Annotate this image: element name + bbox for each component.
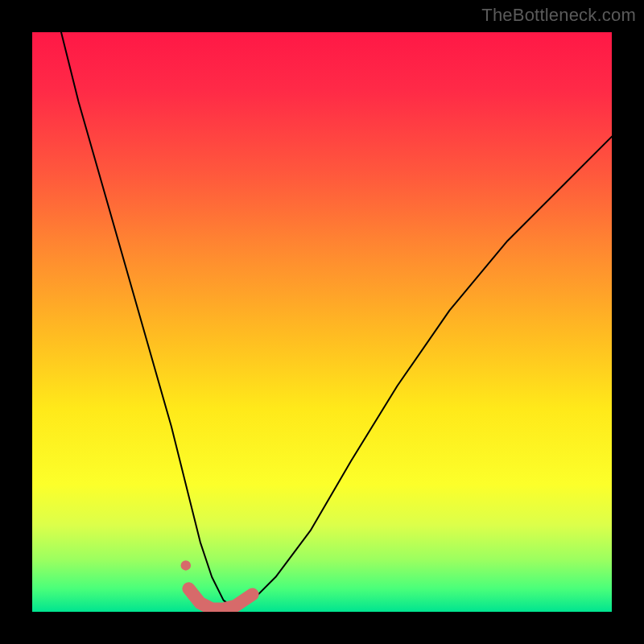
chart-svg xyxy=(32,32,612,612)
chart-frame: TheBottleneck.com xyxy=(0,0,644,644)
watermark-text: TheBottleneck.com xyxy=(481,5,636,26)
series-point-highlight-dot xyxy=(181,560,192,571)
plot-area xyxy=(32,32,612,612)
series-line-highlight-band xyxy=(188,588,252,609)
series-line-bottleneck-curve xyxy=(61,32,612,609)
